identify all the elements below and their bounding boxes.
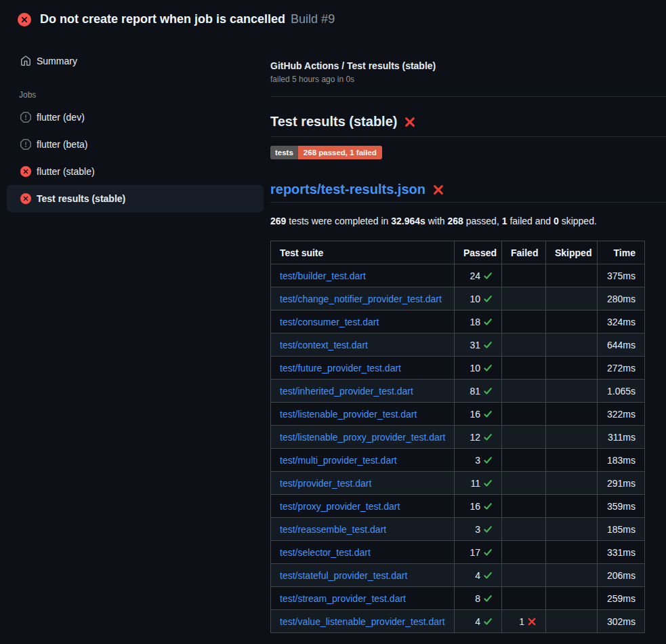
- failed-cell: [502, 287, 546, 310]
- passed-cell: 4: [455, 610, 502, 633]
- table-header-row: Test suite Passed Failed Skipped Time: [271, 241, 645, 264]
- skipped-cell: [546, 310, 598, 334]
- check-icon: [483, 340, 493, 350]
- sidebar-job-item[interactable]: flutter (dev): [7, 104, 264, 131]
- column-header-passed: Passed: [455, 241, 502, 264]
- check-icon: [483, 502, 493, 511]
- check-icon: [483, 409, 493, 419]
- check-icon: [483, 456, 493, 465]
- test-suite-link[interactable]: test/listenable_proxy_provider_test.dart: [280, 432, 445, 443]
- test-suite-cell: test/context_test.dart: [271, 334, 455, 357]
- time-cell: 331ms: [598, 541, 645, 564]
- column-header-failed: Failed: [502, 241, 546, 264]
- failed-cell: [502, 495, 546, 518]
- x-circle-icon: [20, 193, 31, 204]
- table-row: test/provider_test.dart 11 291ms: [271, 472, 645, 495]
- build-number: Build #9: [291, 12, 335, 26]
- table-row: test/inherited_provider_test.dart 81 1.0…: [271, 380, 645, 403]
- test-suite-link[interactable]: test/reassemble_test.dart: [280, 524, 386, 535]
- report-file-link[interactable]: reports/test-results.json: [270, 182, 425, 197]
- status-line: failed 5 hours ago in 0s: [270, 75, 666, 84]
- check-icon: [483, 548, 493, 557]
- count-value: 11: [470, 478, 480, 489]
- passed-cell: 12: [455, 426, 502, 449]
- test-suite-link[interactable]: test/listenable_provider_test.dart: [280, 409, 417, 420]
- test-suite-link[interactable]: test/value_listenable_provider_test.dart: [280, 616, 445, 627]
- test-suite-link[interactable]: test/inherited_provider_test.dart: [280, 386, 413, 397]
- cross-mark-icon: [432, 184, 444, 196]
- home-icon: [20, 56, 31, 66]
- passed-cell: 3: [455, 518, 502, 541]
- time-cell: 183ms: [598, 449, 645, 472]
- job-label: flutter (stable): [37, 166, 95, 177]
- skipped-cell: [546, 564, 598, 587]
- test-suite-link[interactable]: test/builder_test.dart: [280, 270, 366, 281]
- passed-cell: 10: [455, 357, 502, 380]
- table-row: test/listenable_provider_test.dart 16 32…: [271, 403, 645, 426]
- summary-segment: 268: [448, 216, 463, 226]
- test-suite-cell: test/future_provider_test.dart: [271, 357, 455, 380]
- job-label: Test results (stable): [37, 193, 125, 204]
- check-icon: [483, 594, 493, 603]
- skipped-cell: [546, 357, 598, 380]
- test-suite-link[interactable]: test/multi_provider_test.dart: [280, 455, 397, 466]
- test-suite-link[interactable]: test/proxy_provider_test.dart: [280, 501, 400, 512]
- badge-value: 268 passed, 1 failed: [298, 146, 382, 159]
- passed-cell: 24: [455, 264, 502, 287]
- table-row: test/multi_provider_test.dart 3 183ms: [271, 449, 645, 472]
- test-suite-cell: test/inherited_provider_test.dart: [271, 380, 455, 403]
- test-suite-link[interactable]: test/provider_test.dart: [280, 478, 371, 489]
- failed-cell: [502, 357, 546, 380]
- sidebar-item-summary[interactable]: Summary: [7, 52, 264, 70]
- test-suite-link[interactable]: test/future_provider_test.dart: [280, 363, 401, 374]
- job-label: flutter (beta): [37, 139, 87, 150]
- skipped-cell: [546, 264, 598, 287]
- count-value: 18: [470, 317, 480, 327]
- stop-icon: [20, 112, 31, 123]
- page-header: Do not create report when job is cancell…: [0, 0, 666, 36]
- test-suite-link[interactable]: test/selector_test.dart: [280, 547, 371, 558]
- test-suite-link[interactable]: test/consumer_test.dart: [280, 317, 379, 327]
- table-row: test/proxy_provider_test.dart 16 359ms: [271, 495, 645, 518]
- count-value: 4: [475, 570, 480, 581]
- test-suite-cell: test/change_notifier_provider_test.dart: [271, 287, 455, 310]
- x-icon: [527, 617, 537, 626]
- test-summary-text: 269 tests were completed in 32.964s with…: [270, 216, 666, 226]
- skipped-cell: [546, 403, 598, 426]
- test-suite-link[interactable]: test/context_test.dart: [280, 340, 368, 350]
- passed-cell: 11: [455, 472, 502, 495]
- failed-cell: [502, 541, 546, 564]
- skipped-cell: [546, 472, 598, 495]
- table-row: test/selector_test.dart 17 331ms: [271, 541, 645, 564]
- x-circle-icon: [18, 13, 31, 26]
- test-suite-link[interactable]: test/stateful_provider_test.dart: [280, 570, 407, 581]
- cross-mark-icon: [404, 116, 416, 128]
- passed-cell: 18: [455, 310, 502, 334]
- time-cell: 359ms: [598, 495, 645, 518]
- count-value: 3: [475, 455, 480, 466]
- passed-cell: 3: [455, 449, 502, 472]
- time-cell: 185ms: [598, 518, 645, 541]
- count-value: 31: [470, 340, 480, 350]
- jobs-section-label: Jobs: [7, 70, 264, 104]
- test-suite-link[interactable]: test/change_notifier_provider_test.dart: [280, 294, 442, 304]
- sidebar-job-item[interactable]: flutter (beta): [7, 131, 264, 158]
- test-suite-cell: test/reassemble_test.dart: [271, 518, 455, 541]
- summary-label: Summary: [37, 56, 77, 66]
- failed-cell: [502, 587, 546, 610]
- table-row: test/change_notifier_provider_test.dart …: [271, 287, 645, 310]
- sidebar-job-item[interactable]: flutter (stable): [7, 158, 264, 185]
- sidebar-job-item[interactable]: Test results (stable): [7, 185, 264, 212]
- test-suite-cell: test/provider_test.dart: [271, 472, 455, 495]
- test-suite-link[interactable]: test/stream_provider_test.dart: [280, 593, 406, 604]
- test-suite-cell: test/multi_provider_test.dart: [271, 449, 455, 472]
- failed-cell: 1: [502, 610, 546, 633]
- time-cell: 291ms: [598, 472, 645, 495]
- count-value: 4: [475, 616, 480, 627]
- table-row: test/context_test.dart 31 644ms: [271, 334, 645, 357]
- skipped-cell: [546, 334, 598, 357]
- skipped-cell: [546, 380, 598, 403]
- time-cell: 206ms: [598, 564, 645, 587]
- content: GitHub Actions / Test results (stable) f…: [270, 36, 666, 633]
- main-layout: Summary Jobs flutter (dev) flutter (beta…: [0, 36, 666, 633]
